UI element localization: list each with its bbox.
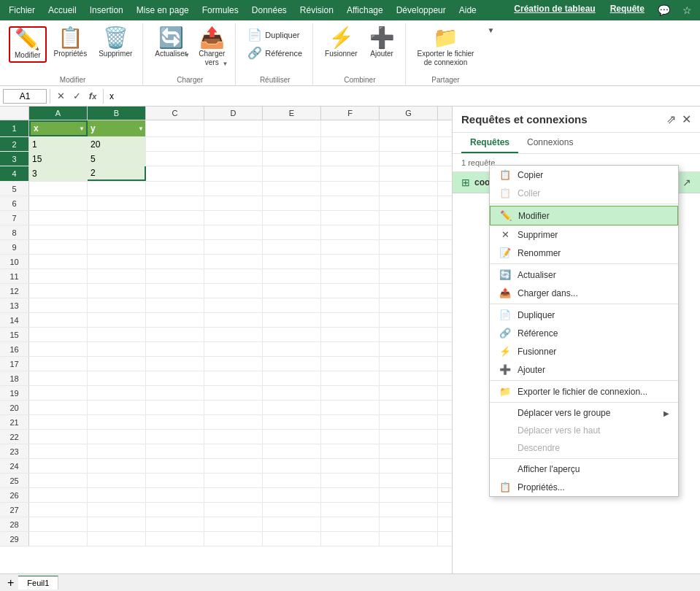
cell-empty[interactable] (438, 444, 452, 458)
cell-empty[interactable] (29, 328, 88, 341)
cell-empty[interactable] (29, 255, 88, 269)
cell-empty[interactable] (146, 196, 204, 210)
cell-empty[interactable] (29, 488, 88, 502)
row-num-5[interactable]: 5 (0, 182, 29, 196)
row-num-17[interactable]: 17 (0, 357, 29, 371)
cell-empty[interactable] (146, 444, 204, 458)
cell-empty[interactable] (321, 182, 380, 196)
cell-empty[interactable] (146, 415, 204, 429)
col-header-d[interactable]: D (204, 107, 263, 120)
cell-empty[interactable] (380, 357, 438, 371)
cell-empty[interactable] (88, 532, 146, 546)
ribbon-btn-fusionner[interactable]: ⚡ Fusionner (320, 26, 361, 60)
cell-empty[interactable] (380, 474, 438, 487)
cell-empty[interactable] (438, 517, 452, 531)
cell-empty[interactable] (204, 211, 263, 225)
cell-empty[interactable] (380, 196, 438, 210)
cell-empty[interactable] (380, 255, 438, 269)
row-num-29[interactable]: 29 (0, 532, 29, 546)
cell-empty[interactable] (380, 532, 438, 546)
cell-empty[interactable] (204, 415, 263, 429)
cell-empty[interactable] (29, 196, 88, 210)
cell-empty[interactable] (204, 517, 263, 531)
cell-empty[interactable] (88, 386, 146, 400)
cell-empty[interactable] (321, 342, 380, 356)
cell-empty[interactable] (263, 240, 321, 254)
menu-insertion[interactable]: Insertion (84, 3, 129, 18)
cell-empty[interactable] (29, 240, 88, 254)
cell-g3[interactable] (380, 152, 438, 166)
cell-empty[interactable] (29, 415, 88, 429)
row-num-24[interactable]: 24 (0, 459, 29, 473)
cell-empty[interactable] (29, 459, 88, 473)
cell-f2[interactable] (321, 137, 380, 151)
cell-e3[interactable] (263, 152, 321, 166)
row-num-14[interactable]: 14 (0, 313, 29, 327)
cell-empty[interactable] (438, 240, 452, 254)
row-num-23[interactable]: 23 (0, 444, 29, 458)
ctx-ajouter[interactable]: ➕ Ajouter (490, 360, 678, 379)
cell-empty[interactable] (321, 517, 380, 531)
cell-empty[interactable] (438, 298, 452, 312)
cell-empty[interactable] (263, 313, 321, 327)
cell-empty[interactable] (321, 269, 380, 283)
cell-a3[interactable]: 15 (29, 152, 88, 166)
ctx-renommer[interactable]: 📝 Renommer (490, 244, 678, 262)
row-num-25[interactable]: 25 (0, 474, 29, 487)
cell-a1[interactable]: x▼ (29, 120, 88, 136)
cell-empty[interactable] (88, 474, 146, 487)
cell-empty[interactable] (438, 371, 452, 385)
cell-empty[interactable] (438, 313, 452, 327)
col-header-f[interactable]: F (321, 107, 380, 120)
cell-empty[interactable] (438, 284, 452, 298)
ctx-supprimer[interactable]: ✕ Supprimer (490, 225, 678, 244)
cell-empty[interactable] (380, 240, 438, 254)
cell-empty[interactable] (146, 517, 204, 531)
cell-empty[interactable] (29, 298, 88, 312)
row-num-18[interactable]: 18 (0, 371, 29, 385)
cell-empty[interactable] (29, 430, 88, 444)
sheet-tab-feuil1[interactable]: Feuil1 (18, 576, 58, 584)
ribbon-btn-proprietes[interactable]: 📋 Propriétés (50, 26, 92, 60)
cell-empty[interactable] (321, 532, 380, 546)
cell-empty[interactable] (88, 240, 146, 254)
cell-empty[interactable] (321, 503, 380, 517)
cell-empty[interactable] (88, 444, 146, 458)
cell-empty[interactable] (438, 459, 452, 473)
row-num-16[interactable]: 16 (0, 342, 29, 356)
cell-b3[interactable]: 5 (88, 152, 146, 166)
ctx-exporter[interactable]: 📁 Exporter le fichier de connexion... (490, 382, 678, 401)
ctx-proprietes[interactable]: 📋 Propriétés... (490, 478, 678, 496)
cell-empty[interactable] (146, 313, 204, 327)
cell-empty[interactable] (321, 488, 380, 502)
cell-h3[interactable] (438, 152, 452, 166)
cell-empty[interactable] (321, 430, 380, 444)
cell-empty[interactable] (263, 357, 321, 371)
tab-connexions[interactable]: Connexions (518, 133, 582, 153)
cell-empty[interactable] (88, 401, 146, 414)
cell-empty[interactable] (321, 284, 380, 298)
cell-h1[interactable] (438, 120, 452, 136)
cell-g2[interactable] (380, 137, 438, 151)
cell-empty[interactable] (263, 532, 321, 546)
cell-empty[interactable] (29, 386, 88, 400)
cell-empty[interactable] (88, 371, 146, 385)
cell-empty[interactable] (263, 182, 321, 196)
cell-empty[interactable] (263, 298, 321, 312)
cell-empty[interactable] (438, 328, 452, 341)
cell-empty[interactable] (146, 284, 204, 298)
cell-empty[interactable] (263, 459, 321, 473)
cell-empty[interactable] (380, 415, 438, 429)
menu-developpeur[interactable]: Développeur (391, 3, 452, 18)
cell-empty[interactable] (88, 298, 146, 312)
menu-formules[interactable]: Formules (196, 3, 245, 18)
menu-creation-tableau[interactable]: Création de tableau (508, 1, 601, 19)
cell-empty[interactable] (321, 444, 380, 458)
cell-empty[interactable] (321, 371, 380, 385)
row-num-7[interactable]: 7 (0, 211, 29, 225)
cell-empty[interactable] (380, 488, 438, 502)
cell-empty[interactable] (263, 430, 321, 444)
cell-empty[interactable] (88, 517, 146, 531)
cell-a4[interactable]: 3 (29, 166, 88, 181)
row-num-6[interactable]: 6 (0, 196, 29, 210)
